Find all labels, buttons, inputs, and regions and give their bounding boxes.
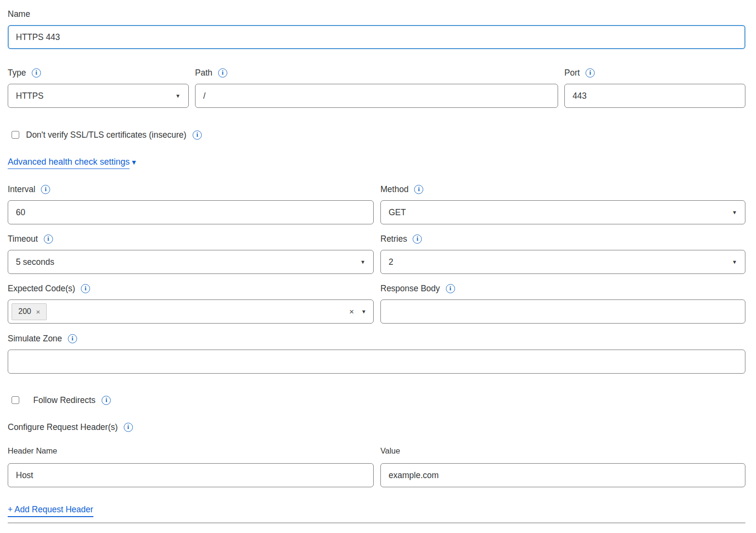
chevron-down-icon: ▼ [732, 260, 737, 265]
port-label-text: Port [564, 67, 580, 78]
response-body-field-group: Response Body i [380, 283, 745, 324]
retries-field-group: Retries i 2 ▼ [380, 234, 745, 274]
response-body-label: Response Body i [380, 283, 745, 294]
name-label: Name [8, 9, 745, 19]
interval-label-text: Interval [8, 184, 35, 195]
multiselect-controls: × ▼ [349, 308, 366, 316]
name-input[interactable] [8, 25, 745, 49]
timeout-info-icon[interactable]: i [44, 234, 53, 244]
simulate-zone-input[interactable] [8, 350, 745, 374]
retries-label-text: Retries [380, 234, 407, 244]
simulate-zone-label-text: Simulate Zone [8, 333, 62, 344]
timeout-select-value: 5 seconds [16, 257, 54, 267]
retries-label: Retries i [380, 234, 745, 244]
type-select-value: HTTPS [16, 91, 43, 101]
path-info-icon[interactable]: i [218, 68, 227, 78]
header-name-field-group: Header Name [8, 445, 374, 487]
header-name-label: Header Name [8, 445, 374, 456]
expected-code-chip: 200 × [12, 303, 47, 320]
timeout-select[interactable]: 5 seconds ▼ [8, 250, 374, 274]
header-value-label-text: Value [380, 445, 400, 456]
ssl-verify-checkbox[interactable] [12, 131, 19, 139]
expected-code-chip-label: 200 [18, 307, 31, 316]
method-label-text: Method [380, 184, 408, 195]
simulate-zone-label: Simulate Zone i [8, 333, 745, 344]
method-select[interactable]: GET ▼ [380, 200, 745, 224]
section-divider [8, 522, 745, 523]
chevron-down-icon: ▼ [732, 210, 737, 215]
header-value-label: Value [380, 445, 745, 456]
advanced-settings-link-text: Advanced health check settings [8, 157, 130, 167]
interval-method-row: Interval i Method i GET ▼ [8, 184, 745, 224]
follow-redirects-checkbox[interactable] [12, 396, 19, 404]
path-field-group: Path i [195, 67, 558, 108]
name-field-group: Name [8, 9, 745, 49]
header-value-field-group: Value [380, 445, 745, 487]
simulate-zone-info-icon[interactable]: i [68, 334, 77, 343]
path-input[interactable] [195, 84, 558, 108]
expected-codes-label-text: Expected Code(s) [8, 283, 75, 294]
type-label-text: Type [8, 67, 26, 78]
expected-codes-field-group: Expected Code(s) i 200 × × ▼ [8, 283, 374, 324]
retries-select-value: 2 [389, 257, 393, 267]
port-input[interactable] [564, 84, 745, 108]
follow-redirects-label: Follow Redirects [33, 395, 95, 405]
ssl-verify-row: Don't verify SSL/TLS certificates (insec… [12, 130, 745, 140]
chevron-down-icon[interactable]: ▼ [361, 309, 366, 314]
port-info-icon[interactable]: i [586, 68, 595, 78]
timeout-field-group: Timeout i 5 seconds ▼ [8, 234, 374, 274]
request-headers-heading: Configure Request Header(s) i [8, 422, 745, 432]
type-select[interactable]: HTTPS ▼ [8, 84, 189, 108]
interval-info-icon[interactable]: i [41, 185, 50, 194]
header-name-label-text: Header Name [8, 445, 57, 456]
path-label: Path i [195, 67, 558, 78]
interval-input[interactable] [8, 200, 374, 224]
method-field-group: Method i GET ▼ [380, 184, 745, 224]
method-info-icon[interactable]: i [414, 185, 423, 194]
add-header-row: + Add Request Header [8, 505, 745, 517]
type-info-icon[interactable]: i [32, 68, 41, 78]
advanced-settings-link[interactable]: Advanced health check settings [8, 157, 130, 169]
codes-body-row: Expected Code(s) i 200 × × ▼ Response Bo… [8, 283, 745, 324]
retries-info-icon[interactable]: i [413, 234, 422, 244]
clear-all-icon[interactable]: × [349, 308, 354, 316]
follow-redirects-row: Follow Redirects i [12, 395, 745, 405]
advanced-caret-icon[interactable]: ▼ [130, 158, 137, 166]
response-body-label-text: Response Body [380, 283, 440, 294]
port-label: Port i [564, 67, 745, 78]
timeout-label-text: Timeout [8, 234, 38, 244]
interval-label: Interval i [8, 184, 374, 195]
response-body-info-icon[interactable]: i [446, 284, 455, 293]
expected-codes-label: Expected Code(s) i [8, 283, 374, 294]
request-headers-heading-text: Configure Request Header(s) [8, 422, 118, 432]
add-request-header-link-text: + Add Request Header [8, 505, 93, 515]
retries-select[interactable]: 2 ▼ [380, 250, 745, 274]
header-name-input[interactable] [8, 463, 374, 487]
request-headers-info-icon[interactable]: i [124, 423, 133, 432]
path-label-text: Path [195, 67, 212, 78]
chevron-down-icon: ▼ [360, 260, 365, 265]
type-label: Type i [8, 67, 189, 78]
expected-codes-multiselect[interactable]: 200 × × ▼ [8, 299, 374, 324]
port-field-group: Port i [564, 67, 745, 108]
follow-redirects-info-icon[interactable]: i [102, 396, 111, 405]
chevron-down-icon: ▼ [175, 93, 181, 99]
ssl-verify-info-icon[interactable]: i [193, 130, 202, 140]
advanced-settings-row: Advanced health check settings ▼ [8, 157, 745, 169]
method-select-value: GET [389, 208, 406, 218]
name-label-text: Name [8, 9, 30, 19]
timeout-label: Timeout i [8, 234, 374, 244]
chip-remove-icon[interactable]: × [36, 308, 40, 315]
method-label: Method i [380, 184, 745, 195]
ssl-verify-label: Don't verify SSL/TLS certificates (insec… [26, 130, 186, 140]
interval-field-group: Interval i [8, 184, 374, 224]
type-field-group: Type i HTTPS ▼ [8, 67, 189, 108]
expected-codes-info-icon[interactable]: i [81, 284, 90, 293]
header-row: Header Name Value [8, 445, 745, 487]
add-request-header-link[interactable]: + Add Request Header [8, 505, 93, 517]
header-value-input[interactable] [380, 463, 745, 487]
health-check-form: Name Type i HTTPS ▼ Path i Port i [0, 0, 756, 523]
type-path-port-row: Type i HTTPS ▼ Path i Port i [8, 67, 745, 108]
response-body-input[interactable] [380, 299, 745, 324]
simulate-zone-field-group: Simulate Zone i [8, 333, 745, 374]
